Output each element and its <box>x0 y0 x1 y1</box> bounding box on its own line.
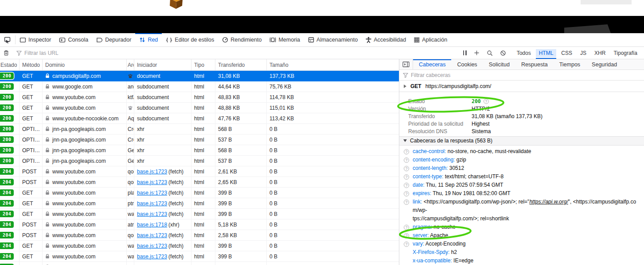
table-row[interactable]: 204POSTwww.youtube.comqoebase.js:1723 (f… <box>0 230 399 241</box>
block-request-button[interactable] <box>496 47 510 59</box>
table-row[interactable]: 200OPTI…jnn-pa.googleapis.comGenxhrhtml5… <box>0 156 399 166</box>
help-icon[interactable]: ? <box>404 233 409 238</box>
table-row[interactable]: 204POSTwww.youtube.comatr?rbase.js:1718 … <box>0 219 399 230</box>
tab-label: Depurador <box>105 37 131 43</box>
table-row[interactable]: 204GETwww.youtube.comwatcbase.js:1723 (f… <box>0 209 399 219</box>
header-name[interactable]: x-ua-compatible: <box>413 257 452 264</box>
initiator-link[interactable]: base.js:1718 <box>137 222 167 228</box>
header-name[interactable]: content-length: <box>413 165 448 171</box>
details-tab-cookies[interactable]: Cookies <box>451 59 483 69</box>
tab-inspector[interactable]: Inspector <box>16 33 55 46</box>
table-row[interactable]: 204GETwww.youtube.complaybase.js:1723 (f… <box>0 188 399 198</box>
header-name[interactable]: cache-control: <box>413 148 446 154</box>
initiator-link[interactable]: base.js:1723 <box>137 253 167 260</box>
filter-chip-html[interactable]: HTML <box>536 49 557 57</box>
table-row[interactable]: 200GETwww.google.comanchsubdocumenthtml4… <box>0 81 399 92</box>
initiator-cell: base.js:1723 (fetch) <box>134 241 191 251</box>
table-row[interactable]: 200GETwww.youtube.comsubdocumenthtml48,8… <box>0 103 399 113</box>
new-request-button[interactable] <box>470 47 483 59</box>
details-tab-solicitud[interactable]: Solicitud <box>483 59 515 69</box>
header-name[interactable]: pragma: <box>413 224 432 230</box>
initiator-link[interactable]: base.js:1723 <box>137 190 167 196</box>
table-row[interactable]: 200OPTI…jnn-pa.googleapis.comCreaxhrhtml… <box>0 124 399 134</box>
url-filter-input[interactable]: Filtrar las URL <box>13 50 460 56</box>
header-value-link[interactable]: https://api.w.org/ <box>529 199 568 205</box>
column-header-dominio[interactable]: Dominio <box>43 59 127 70</box>
help-icon[interactable]: ? <box>404 166 409 171</box>
help-icon[interactable]: ? <box>404 157 409 163</box>
filter-chip-xhr[interactable]: XHR <box>591 49 609 57</box>
table-row[interactable]: 200GETcampusdigitalfp.comdocumenthtml31,… <box>0 71 399 81</box>
initiator-suffix: (fetch) <box>168 200 183 207</box>
help-icon[interactable]: ? <box>404 174 409 180</box>
initiator-link[interactable]: base.js:1723 <box>137 179 167 185</box>
panel-toggle-button[interactable] <box>399 59 413 69</box>
table-row[interactable]: 200GETwww.youtube-nocookie.comAqelsubdoc… <box>0 113 399 124</box>
tab-storage[interactable]: Almacenamiento <box>304 33 362 46</box>
details-tab-cabeceras[interactable]: Cabeceras <box>413 59 451 69</box>
column-header-tamaño[interactable]: Tamaño <box>267 59 399 70</box>
table-row[interactable]: 204GETwww.youtube.comwatcbase.js:1723 (f… <box>0 262 399 265</box>
tab-accessibility[interactable]: Accesibilidad <box>362 33 410 46</box>
search-button[interactable] <box>483 47 496 59</box>
tab-performance[interactable]: Rendimiento <box>218 33 265 46</box>
transferred-cell: 2,65 KB <box>215 177 267 187</box>
help-icon[interactable]: ? <box>404 149 409 154</box>
clear-requests-button[interactable] <box>0 47 12 59</box>
header-name[interactable]: link: <box>413 199 422 205</box>
table-row[interactable]: 204POSTwww.youtube.comqoebase.js:1723 (f… <box>0 177 399 188</box>
column-header-transferido[interactable]: Transferido <box>215 59 267 70</box>
details-tab-tiempos[interactable]: Tiempos <box>554 59 586 69</box>
help-icon[interactable]: ? <box>404 183 409 188</box>
table-row[interactable]: 204GETwww.youtube.comwatcbase.js:1723 (f… <box>0 251 399 262</box>
filter-chip-js[interactable]: JS <box>577 49 589 57</box>
filter-chip-tipografía[interactable]: Tipografía <box>610 49 640 57</box>
initiator-suffix: (fetch) <box>168 169 183 175</box>
response-headers-section-header[interactable]: Cabeceras de la respuesta (563 B) <box>399 137 644 146</box>
filter-chip-css[interactable]: CSS <box>558 49 575 57</box>
initiator-link[interactable]: base.js:1723 <box>137 232 167 238</box>
header-name[interactable]: vary: <box>413 241 424 247</box>
lock-icon-wrap <box>45 73 50 78</box>
help-icon[interactable]: ? <box>484 99 489 104</box>
help-icon[interactable]: ? <box>404 200 409 205</box>
details-tab-respuesta[interactable]: Respuesta <box>515 59 554 69</box>
initiator-link[interactable]: base.js:1723 <box>137 200 167 207</box>
table-row[interactable]: 204POSTwww.youtube.comqoebase.js:1723 (f… <box>0 166 399 177</box>
column-header-estado[interactable]: Estado <box>0 59 20 70</box>
column-header-método[interactable]: Método <box>20 59 43 70</box>
header-name[interactable]: expires: <box>413 190 431 196</box>
header-name[interactable]: date: <box>413 182 425 188</box>
initiator-link[interactable]: base.js:1723 <box>137 169 167 175</box>
tab-application[interactable]: Aplicación <box>410 33 451 46</box>
table-row[interactable]: 204GETwww.youtube.comwatcbase.js:1723 (f… <box>0 241 399 251</box>
element-picker-button[interactable] <box>0 33 15 46</box>
pause-traffic-button[interactable] <box>460 47 470 59</box>
tab-debugger[interactable]: Depurador <box>92 33 135 46</box>
initiator-link[interactable]: base.js:1723 <box>137 211 167 217</box>
tab-console[interactable]: Consola <box>55 33 92 46</box>
tab-network[interactable]: Red <box>135 33 162 46</box>
tab-memory[interactable]: Memoria <box>265 33 304 46</box>
table-row[interactable]: 200GETwww.youtube.comktfAsubdocumenthtml… <box>0 92 399 103</box>
header-name[interactable]: content-encoding: <box>413 157 455 163</box>
help-icon[interactable]: ? <box>404 225 409 230</box>
column-header-iniciador[interactable]: Iniciador <box>134 59 191 70</box>
request-url-row[interactable]: GET https://campusdigitalfp.com/ <box>399 81 644 92</box>
column-header-tipo[interactable]: Tipo <box>191 59 215 70</box>
initiator-link[interactable]: base.js:1723 <box>137 243 167 249</box>
details-tab-seguridad[interactable]: Seguridad <box>586 59 623 69</box>
header-name[interactable]: server: <box>413 232 429 238</box>
header-name[interactable]: content-type: <box>413 173 443 180</box>
help-icon[interactable]: ? <box>404 242 409 247</box>
column-header-arc[interactable]: Arc <box>127 59 134 70</box>
table-row[interactable]: 200OPTI…jnn-pa.googleapis.comCreaxhrhtml… <box>0 134 399 145</box>
tab-styles[interactable]: Editor de estilos <box>162 33 218 46</box>
filter-chip-todos[interactable]: Todos <box>514 49 534 57</box>
table-row[interactable]: 204GETwww.youtube.comptrabase.js:1723 (f… <box>0 198 399 209</box>
transferred-cell: 399 B <box>215 262 267 265</box>
header-name[interactable]: X-Firefox-Spdy: <box>413 249 449 255</box>
help-icon[interactable]: ? <box>404 191 409 196</box>
headers-filter-input[interactable]: Filtrar cabeceras <box>399 70 644 81</box>
table-row[interactable]: 200OPTI…jnn-pa.googleapis.comGenxhrhtml5… <box>0 145 399 156</box>
